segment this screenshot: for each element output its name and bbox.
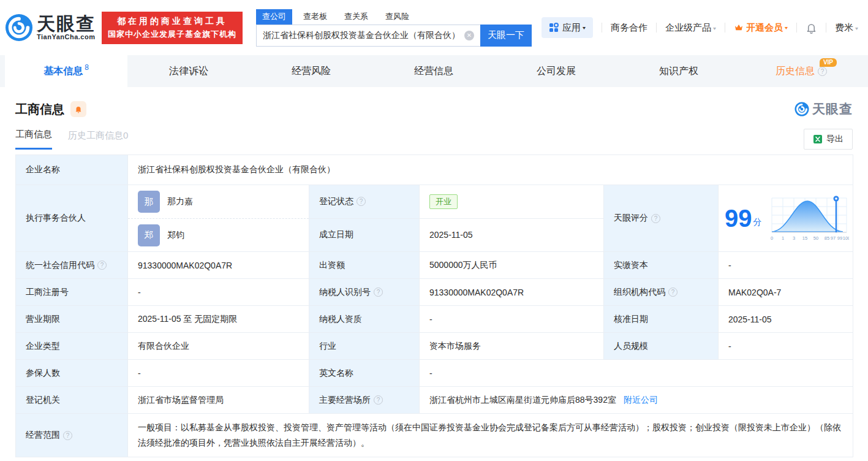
subtab-business-info[interactable]: 工商信息 — [15, 129, 52, 150]
help-icon[interactable] — [818, 67, 827, 76]
table-row: 工商注册号 - 纳税人识别号 91330000MAK02Q0A7R 组织机构代码… — [16, 279, 853, 306]
partner-item[interactable]: 那 那力嘉 — [128, 185, 309, 218]
tianyancha-logo-icon — [5, 13, 33, 42]
credit-code-label: 统一社会信用代码 — [16, 252, 128, 279]
user-menu[interactable]: 费米▾ — [835, 22, 858, 34]
divider — [725, 23, 725, 32]
business-cooperation-link[interactable]: 商务合作 — [611, 22, 647, 34]
staff-size-label: 人员规模 — [604, 333, 719, 360]
company-name-label: 企业名称 — [16, 155, 128, 185]
establish-date-label: 成立日期 — [309, 218, 420, 252]
approval-date-label: 核准日期 — [604, 306, 719, 333]
svg-text:0: 0 — [770, 235, 772, 241]
tianyancha-watermark: 天眼查 — [794, 101, 853, 118]
tianyan-score-label: 天眼评分 — [604, 185, 719, 252]
tab-basic-info[interactable]: 基本信息 8 — [5, 55, 127, 87]
search-input[interactable] — [256, 25, 480, 47]
company-name-value: 浙江省社保科创股权投资基金合伙企业（有限合伙） — [128, 155, 853, 185]
table-row: 参保人数 - 英文名称 - — [16, 360, 853, 387]
export-button[interactable]: 导出 — [804, 129, 853, 150]
company-type-value: 有限合伙企业 — [128, 333, 309, 360]
section-header: 工商信息 天眼查 — [0, 87, 868, 118]
industry-value: 资本市场服务 — [420, 333, 604, 360]
table-row: 执行事务合伙人 那 那力嘉 郑 郑钧 登记状态 开业 天眼评分 — [16, 185, 853, 219]
subtab-row: 工商信息 历史工商信息0 导出 — [0, 118, 868, 150]
company-type-label: 企业类型 — [16, 333, 128, 360]
search-tab-relation[interactable]: 查关系 — [338, 9, 374, 25]
executive-partner-cell: 那 那力嘉 郑 郑钧 — [128, 185, 309, 252]
open-vip-menu[interactable]: 开通会员 ▾ — [734, 22, 788, 34]
avatar: 那 — [138, 191, 160, 213]
divider — [656, 23, 657, 32]
svg-text:1: 1 — [781, 235, 783, 241]
help-icon[interactable] — [97, 261, 107, 270]
table-row: 营业期限 2025-11-05 至 无固定期限 纳税人资质 - 核准日期 202… — [16, 306, 853, 333]
business-info-table: 企业名称 浙江省社保科创股权投资基金合伙企业（有限合伙） 执行事务合伙人 那 那… — [15, 154, 853, 457]
tab-intellectual-property[interactable]: 知识产权 — [617, 55, 740, 87]
basic-info-count: 8 — [85, 63, 89, 72]
apps-menu[interactable]: 应用 ▾ — [542, 17, 593, 38]
partner-item[interactable]: 郑 郑钧 — [128, 218, 309, 251]
reg-authority-value: 浙江省市场监督管理局 — [128, 387, 309, 414]
tab-company-development[interactable]: 公司发展 — [495, 55, 617, 87]
help-icon[interactable] — [63, 431, 72, 440]
chevron-down-icon: ▾ — [785, 25, 788, 31]
help-icon[interactable] — [357, 197, 366, 206]
tianyancha-logo[interactable]: 天眼查 TianYanCha.com — [5, 13, 96, 42]
table-row: 登记机关 浙江省市场监督管理局 主要经营场所 浙江省杭州市上城区南星街道元帅庙后… — [16, 387, 853, 414]
business-scope-value: 一般项目：以私募基金从事股权投资、投资管理、资产管理等活动（须在中国证券投资基金… — [128, 414, 853, 457]
subtab-history-business-info[interactable]: 历史工商信息0 — [68, 130, 128, 149]
help-icon[interactable] — [651, 214, 660, 223]
business-term-label: 营业期限 — [16, 306, 128, 333]
promo-banner-line1: 都在用的商业查询工具 — [108, 16, 236, 27]
partner-name: 郑钧 — [167, 230, 184, 241]
username: 费米 — [835, 22, 853, 32]
top-header: 天眼查 TianYanCha.com 都在用的商业查询工具 国家中小企业发展子基… — [0, 0, 868, 55]
crown-icon — [734, 23, 744, 32]
address-value: 浙江省杭州市上城区南星街道元帅庙后88号392室附近公司 — [420, 387, 853, 414]
search-button[interactable]: 天眼一下 — [480, 25, 532, 47]
help-icon[interactable] — [668, 288, 677, 297]
search-tab-risk[interactable]: 查风险 — [379, 9, 415, 25]
chevron-down-icon: ▾ — [855, 26, 858, 31]
search-tab-company[interactable]: 查公司 — [256, 9, 292, 25]
notification-bell-icon[interactable] — [806, 22, 817, 34]
search-tabs: 查公司 查老板 查关系 查风险 — [256, 9, 532, 25]
score-distribution-chart: 0 1 3 15 50 85 97 99 100 — [767, 193, 849, 243]
tab-operating-info[interactable]: 经营信息 — [372, 55, 495, 87]
business-scope-label: 经营范围 — [16, 414, 128, 457]
nearby-companies-link[interactable]: 附近公司 — [624, 395, 658, 405]
section-title: 工商信息 — [15, 101, 64, 118]
svg-text:50: 50 — [813, 235, 818, 241]
logo-domain: TianYanCha.com — [37, 33, 96, 40]
tab-operating-risk[interactable]: 经营风险 — [250, 55, 372, 87]
search-area: 查公司 查老板 查关系 查风险 ✕ 天眼一下 — [256, 9, 532, 47]
svg-text:99: 99 — [837, 235, 842, 241]
divider — [826, 23, 826, 32]
address-label: 主要经营场所 — [309, 387, 420, 414]
reg-number-label: 工商注册号 — [16, 279, 128, 306]
apps-grid-icon — [549, 23, 559, 32]
table-row: 统一社会信用代码 91330000MAK02Q0A7R 出资额 5000000万… — [16, 252, 853, 279]
enterprise-products-menu[interactable]: 企业级产品▾ — [665, 22, 716, 34]
help-icon[interactable] — [374, 395, 383, 405]
tab-legal-proceedings[interactable]: 法律诉讼 — [127, 55, 250, 87]
partner-name: 那力嘉 — [167, 196, 193, 207]
search-tab-boss[interactable]: 查老板 — [297, 9, 333, 25]
taxpayer-id-value: 91330000MAK02Q0A7R — [420, 279, 604, 306]
taxpayer-id-label: 纳税人识别号 — [309, 279, 420, 306]
clear-search-icon[interactable]: ✕ — [464, 31, 474, 40]
tab-history-info[interactable]: VIP 历史信息 — [740, 55, 862, 87]
divider — [796, 23, 797, 32]
registration-status-label: 登记状态 — [309, 185, 420, 219]
table-row: 企业类型 有限合伙企业 行业 资本市场服务 人员规模 - — [16, 333, 853, 360]
svg-text:15: 15 — [802, 235, 807, 241]
svg-text:100: 100 — [842, 235, 848, 241]
monitor-bell-button[interactable] — [70, 101, 86, 117]
industry-label: 行业 — [309, 333, 420, 360]
help-icon[interactable] — [374, 288, 383, 297]
logo-title: 天眼查 — [37, 15, 96, 33]
reg-number-value: - — [128, 279, 309, 306]
tianyancha-watermark-icon — [794, 102, 809, 116]
taxpayer-quality-value: - — [420, 306, 604, 333]
